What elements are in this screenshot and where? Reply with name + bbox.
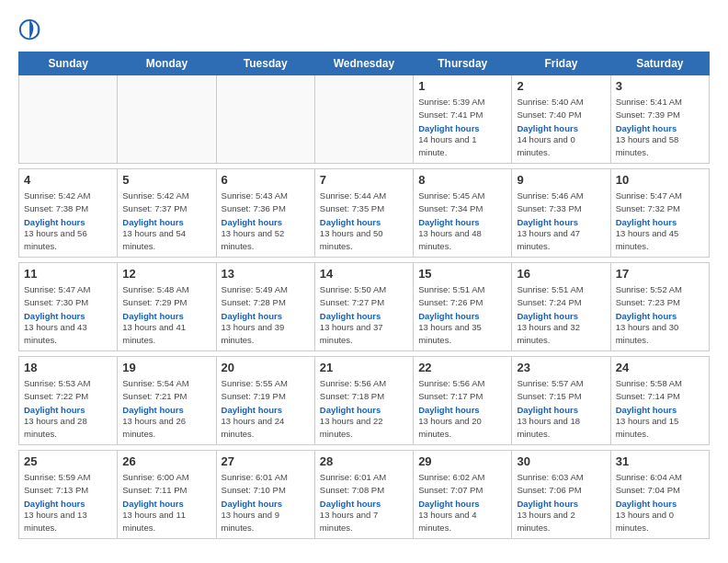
day-header-tuesday: Tuesday [216,52,314,75]
day-header-sunday: Sunday [19,52,118,75]
day-number: 16 [517,267,605,281]
daylight-text: 13 hours and 7 minutes. [320,509,408,535]
day-number: 24 [616,361,704,374]
sunrise-text: Sunrise: 5:46 AM [517,190,605,202]
sunset-text: Sunset: 7:38 PM [24,202,112,215]
day-number: 28 [320,454,408,468]
sunrise-text: Sunrise: 6:00 AM [122,471,210,484]
sunrise-text: Sunrise: 5:57 AM [517,377,605,390]
day-cell-31: 31 Sunrise: 6:04 AM Sunset: 7:04 PM Dayl… [610,451,709,539]
sunset-text: Sunset: 7:07 PM [418,484,506,497]
day-cell-17: 17 Sunrise: 5:52 AM Sunset: 7:23 PM Dayl… [610,263,709,351]
daylight-label: Daylight hours [616,217,704,227]
daylight-label: Daylight hours [418,499,506,509]
day-header-monday: Monday [118,52,216,75]
day-cell-4: 4 Sunrise: 5:42 AM Sunset: 7:38 PM Dayli… [19,169,118,258]
sunrise-text: Sunrise: 5:56 AM [320,377,408,390]
daylight-text: 13 hours and 43 minutes. [24,321,112,348]
daylight-text: 13 hours and 37 minutes. [320,321,408,348]
day-cell-3: 3 Sunrise: 5:41 AM Sunset: 7:39 PM Dayli… [610,75,709,164]
sunrise-text: Sunrise: 5:39 AM [418,96,506,109]
empty-cell [314,75,413,164]
day-cell-1: 1 Sunrise: 5:39 AM Sunset: 7:41 PM Dayli… [414,75,512,164]
sunset-text: Sunset: 7:40 PM [517,109,605,121]
daylight-label: Daylight hours [122,499,210,509]
sunset-text: Sunset: 7:30 PM [24,296,112,309]
sunrise-text: Sunrise: 6:03 AM [517,471,605,484]
day-cell-19: 19 Sunrise: 5:54 AM Sunset: 7:21 PM Dayl… [118,357,216,445]
sunset-text: Sunset: 7:29 PM [122,296,210,309]
day-number: 17 [616,267,704,281]
sunrise-text: Sunrise: 5:42 AM [122,190,210,202]
sunrise-text: Sunrise: 6:04 AM [616,471,704,484]
daylight-text: 13 hours and 22 minutes. [320,415,408,442]
sunrise-text: Sunrise: 5:56 AM [418,377,506,390]
day-cell-29: 29 Sunrise: 6:02 AM Sunset: 7:07 PM Dayl… [414,451,512,539]
daylight-text: 13 hours and 28 minutes. [24,415,112,442]
daylight-label: Daylight hours [24,311,112,321]
daylight-text: 13 hours and 11 minutes. [122,509,210,535]
day-number: 5 [122,173,210,187]
sunset-text: Sunset: 7:23 PM [616,296,704,309]
daylight-label: Daylight hours [616,499,704,509]
day-number: 25 [24,454,112,468]
empty-cell [19,75,118,164]
daylight-label: Daylight hours [418,311,506,321]
sunrise-text: Sunrise: 5:58 AM [616,377,704,390]
sunrise-text: Sunrise: 5:40 AM [517,96,605,109]
daylight-label: Daylight hours [320,311,408,321]
day-number: 31 [616,454,704,468]
daylight-text: 14 hours and 0 minutes. [517,133,605,160]
daylight-text: 13 hours and 9 minutes. [222,509,310,535]
day-header-wednesday: Wednesday [314,52,413,75]
sunset-text: Sunset: 7:41 PM [418,109,506,121]
day-cell-10: 10 Sunrise: 5:47 AM Sunset: 7:32 PM Dayl… [610,169,709,258]
day-cell-22: 22 Sunrise: 5:56 AM Sunset: 7:17 PM Dayl… [414,357,512,445]
sunrise-text: Sunrise: 5:49 AM [222,283,310,296]
day-cell-7: 7 Sunrise: 5:44 AM Sunset: 7:35 PM Dayli… [314,169,413,258]
sunrise-text: Sunrise: 5:53 AM [24,377,112,390]
daylight-text: 13 hours and 35 minutes. [418,321,506,348]
sunset-text: Sunset: 7:18 PM [320,390,408,403]
day-number: 22 [418,361,506,374]
day-number: 30 [517,454,605,468]
day-cell-2: 2 Sunrise: 5:40 AM Sunset: 7:40 PM Dayli… [512,75,610,164]
day-number: 15 [418,267,506,281]
sunset-text: Sunset: 7:08 PM [320,484,408,497]
day-cell-11: 11 Sunrise: 5:47 AM Sunset: 7:30 PM Dayl… [19,263,118,351]
page-header [18,18,710,44]
daylight-text: 13 hours and 39 minutes. [222,321,310,348]
daylight-label: Daylight hours [222,405,310,415]
daylight-label: Daylight hours [517,499,605,509]
daylight-label: Daylight hours [222,217,310,227]
daylight-text: 13 hours and 58 minutes. [616,133,704,160]
day-number: 8 [418,173,506,187]
day-cell-23: 23 Sunrise: 5:57 AM Sunset: 7:15 PM Dayl… [512,357,610,445]
day-number: 21 [320,361,408,374]
sunset-text: Sunset: 7:28 PM [222,296,310,309]
day-cell-15: 15 Sunrise: 5:51 AM Sunset: 7:26 PM Dayl… [414,263,512,351]
day-number: 23 [517,361,605,374]
daylight-text: 14 hours and 1 minute. [418,133,506,160]
daylight-label: Daylight hours [320,217,408,227]
sunrise-text: Sunrise: 5:42 AM [24,190,112,202]
daylight-label: Daylight hours [222,311,310,321]
sunrise-text: Sunrise: 5:47 AM [24,283,112,296]
day-number: 26 [122,454,210,468]
sunset-text: Sunset: 7:21 PM [122,390,210,403]
day-number: 2 [517,79,605,93]
sunrise-text: Sunrise: 5:52 AM [616,283,704,296]
day-cell-26: 26 Sunrise: 6:00 AM Sunset: 7:11 PM Dayl… [118,451,216,539]
day-header-friday: Friday [512,52,610,75]
sunset-text: Sunset: 7:39 PM [616,109,704,121]
daylight-text: 13 hours and 41 minutes. [122,321,210,348]
daylight-label: Daylight hours [418,217,506,227]
day-number: 29 [418,454,506,468]
sunset-text: Sunset: 7:17 PM [418,390,506,403]
day-number: 20 [222,361,310,374]
day-cell-5: 5 Sunrise: 5:42 AM Sunset: 7:37 PM Dayli… [118,169,216,258]
daylight-text: 13 hours and 18 minutes. [517,415,605,442]
sunrise-text: Sunrise: 6:01 AM [222,471,310,484]
sunrise-text: Sunrise: 5:55 AM [222,377,310,390]
sunset-text: Sunset: 7:11 PM [122,484,210,497]
